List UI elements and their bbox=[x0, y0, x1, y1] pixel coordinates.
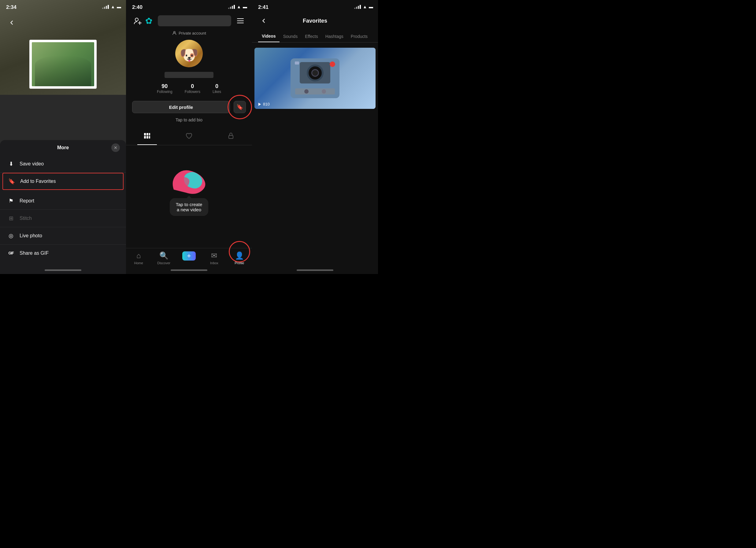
stitch-icon: ⊞ bbox=[7, 215, 15, 222]
status-bar-icons: ▲ ▬ bbox=[102, 4, 121, 9]
download-icon: ⬇ bbox=[7, 160, 15, 168]
following-label: Following bbox=[157, 90, 172, 94]
edit-profile-button[interactable]: Edit profile bbox=[132, 101, 230, 113]
wifi-icon: ▲ bbox=[237, 4, 241, 9]
svg-rect-4 bbox=[144, 133, 146, 135]
stitch-label: Stitch bbox=[20, 216, 32, 221]
hamburger-line bbox=[237, 18, 244, 19]
inbox-label: Inbox bbox=[210, 261, 218, 265]
create-button[interactable]: + bbox=[182, 251, 196, 261]
profile-icon: 👤 bbox=[235, 251, 244, 260]
wifi-icon: ▲ bbox=[363, 4, 367, 9]
nav-discover[interactable]: 🔍 Discover bbox=[151, 251, 176, 265]
wifi-icon: ▲ bbox=[111, 4, 115, 9]
favorites-title: Favorites bbox=[274, 18, 356, 24]
save-video-item[interactable]: ⬇ Save video bbox=[0, 155, 126, 173]
panel-profile: 2:40 ▲ ▬ ✿ bbox=[126, 0, 252, 274]
add-favorites-item[interactable]: 🔖 Add to Favorites bbox=[2, 173, 124, 190]
more-title: More bbox=[57, 145, 69, 150]
time-display: 2:34 bbox=[6, 4, 17, 10]
hamburger-menu-button[interactable] bbox=[235, 15, 246, 26]
stats-row: 90 Following 0 Followers 0 Likes bbox=[126, 83, 252, 94]
profile-label: Profile bbox=[235, 261, 244, 265]
nav-inbox[interactable]: ✉ Inbox bbox=[202, 251, 227, 265]
nav-home[interactable]: ⌂ Home bbox=[126, 251, 151, 265]
tab-private-icon[interactable] bbox=[221, 128, 241, 145]
play-count-number: 810 bbox=[263, 102, 270, 106]
favorites-top-bar: Favorites bbox=[252, 15, 378, 26]
svg-rect-9 bbox=[149, 136, 150, 139]
favorites-tabs: Videos Sounds Effects Hashtags Products bbox=[252, 31, 378, 43]
tab-effects[interactable]: Effects bbox=[301, 31, 322, 42]
signal-icon bbox=[354, 5, 361, 9]
tab-liked-icon[interactable] bbox=[179, 128, 199, 145]
svg-rect-5 bbox=[146, 133, 148, 135]
more-bottom-sheet: More ✕ ⬇ Save video 🔖 Add to Favorites ⚑… bbox=[0, 140, 126, 274]
tiktok-logo-icon: ✿ bbox=[143, 15, 154, 26]
create-video-line1: Tap to create bbox=[176, 202, 202, 207]
favorites-bookmark-button[interactable]: 🔖 bbox=[234, 101, 246, 113]
create-video-line2: a new video bbox=[176, 207, 202, 212]
add-friend-icon[interactable] bbox=[132, 15, 143, 26]
tab-products[interactable]: Products bbox=[347, 31, 371, 42]
svg-point-0 bbox=[135, 18, 138, 21]
following-stat: 90 Following bbox=[157, 83, 172, 94]
save-video-label: Save video bbox=[20, 161, 44, 167]
bookmark-icon: 🔖 bbox=[236, 104, 243, 110]
tab-videos[interactable]: Videos bbox=[258, 31, 280, 42]
svg-rect-10 bbox=[229, 135, 233, 139]
battery-icon: ▬ bbox=[117, 4, 121, 9]
likes-stat: 0 Likes bbox=[213, 83, 221, 94]
background-photo bbox=[0, 0, 126, 95]
back-button[interactable] bbox=[6, 17, 17, 28]
avatar: 🐶 bbox=[175, 40, 203, 67]
signal-icon bbox=[102, 5, 109, 9]
video-thumbnail[interactable]: 810 bbox=[254, 48, 376, 109]
live-photo-item[interactable]: ◎ Live photo bbox=[0, 227, 126, 245]
tab-videos-icon[interactable] bbox=[137, 128, 157, 145]
svg-rect-8 bbox=[146, 136, 148, 139]
panel-more-menu: 2:34 ▲ ▬ More ✕ ⬇ Save video 🔖 Add to Fa… bbox=[0, 0, 126, 274]
signal-icon bbox=[228, 5, 235, 9]
report-item[interactable]: ⚑ Report bbox=[0, 192, 126, 210]
username-block bbox=[165, 72, 213, 78]
hamburger-line bbox=[237, 23, 244, 23]
back-button[interactable] bbox=[258, 15, 269, 26]
hamburger-line bbox=[237, 20, 244, 21]
panel-favorites: 2:41 ▲ ▬ Favorites Videos Sounds Effects bbox=[252, 0, 378, 274]
create-video-bubble[interactable]: Tap to create a new video bbox=[170, 198, 209, 216]
photo-frame bbox=[29, 40, 97, 89]
home-label: Home bbox=[134, 261, 143, 265]
close-button[interactable]: ✕ bbox=[111, 143, 120, 152]
content-tabs bbox=[126, 128, 252, 145]
status-bar-icons: ▲ ▬ bbox=[354, 4, 373, 9]
status-bar-icons: ▲ ▬ bbox=[228, 4, 247, 9]
photo-people bbox=[35, 55, 91, 86]
nav-profile[interactable]: 👤 Profile bbox=[227, 251, 252, 265]
battery-icon: ▬ bbox=[243, 4, 247, 9]
discover-label: Discover bbox=[157, 261, 170, 265]
bottom-sheet-header: More ✕ bbox=[0, 140, 126, 155]
tab-hashtags[interactable]: Hashtags bbox=[322, 31, 347, 42]
followers-label: Followers bbox=[185, 90, 200, 94]
home-indicator bbox=[45, 269, 81, 271]
stitch-item[interactable]: ⊞ Stitch bbox=[0, 210, 126, 227]
gif-icon: GIF bbox=[7, 250, 15, 257]
report-icon: ⚑ bbox=[7, 197, 15, 205]
time-display: 2:40 bbox=[132, 4, 143, 10]
avatar-character: 🐶 bbox=[180, 47, 198, 63]
svg-rect-6 bbox=[149, 133, 150, 135]
tab-sounds[interactable]: Sounds bbox=[280, 31, 301, 42]
bookmark-icon: 🔖 bbox=[8, 178, 15, 185]
nav-create[interactable]: + bbox=[176, 251, 202, 261]
tap-bio-hint[interactable]: Tap to add bio bbox=[176, 117, 202, 122]
likes-label: Likes bbox=[213, 90, 221, 94]
photo-inner bbox=[32, 42, 94, 86]
add-favorites-label: Add to Favorites bbox=[20, 179, 56, 184]
followers-stat: 0 Followers bbox=[185, 83, 200, 94]
username-bar bbox=[158, 15, 231, 26]
home-icon: ⌂ bbox=[136, 251, 141, 260]
share-gif-item[interactable]: GIF Share as GIF bbox=[0, 245, 126, 262]
discover-icon: 🔍 bbox=[159, 251, 169, 260]
share-gif-label: Share as GIF bbox=[20, 250, 49, 256]
